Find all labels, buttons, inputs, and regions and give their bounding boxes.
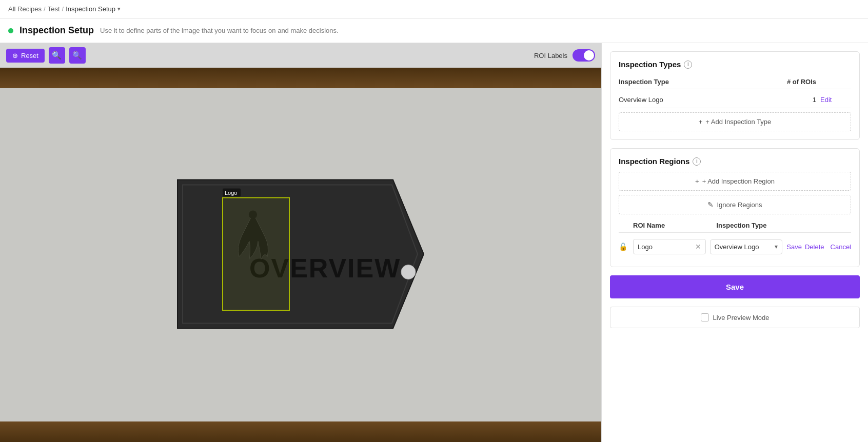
save-main-button[interactable]: Save bbox=[610, 275, 860, 298]
roi-name-value: Logo bbox=[638, 243, 653, 251]
canvas-content: OVERVIEW Logo bbox=[0, 68, 601, 442]
roi-cancel-link[interactable]: Cancel bbox=[831, 243, 851, 251]
breadcrumb-bar: All Recipes / Test / Inspection Setup ▾ bbox=[0, 0, 868, 18]
breadcrumb-sep-1: / bbox=[44, 5, 46, 13]
inspection-type-row: Overview Logo 1 Edit bbox=[619, 91, 851, 108]
reset-icon: ⊕ bbox=[12, 52, 18, 59]
breadcrumb-sep-2: / bbox=[62, 5, 64, 13]
tag-container: OVERVIEW Logo bbox=[147, 170, 455, 340]
inspection-regions-title: Inspection Regions i bbox=[619, 157, 851, 166]
roi-count: 1 bbox=[779, 96, 820, 104]
breadcrumb-current: Inspection Setup ▾ bbox=[66, 5, 121, 13]
live-preview-checkbox[interactable] bbox=[701, 313, 709, 322]
reset-button[interactable]: ⊕ Reset bbox=[6, 49, 45, 63]
pin-icon: ✎ bbox=[707, 200, 714, 209]
roi-row-actions: Save Delete Cancel bbox=[786, 243, 851, 251]
right-panel: Inspection Types i Inspection Type # of … bbox=[601, 43, 868, 442]
edit-link[interactable]: Edit bbox=[820, 96, 832, 104]
add-inspection-type-button[interactable]: + + Add Inspection Type bbox=[619, 112, 851, 131]
col-roi-name-header: ROI Name bbox=[633, 222, 713, 229]
toolbar-right: ROI Labels bbox=[534, 49, 595, 62]
main-layout: ⊕ Reset 🔍 🔍 ROI Labels bbox=[0, 43, 868, 442]
roi-row-header: ROI Name Inspection Type bbox=[619, 218, 851, 233]
edit-inspection-type-action: Edit bbox=[820, 95, 851, 104]
breadcrumb-chevron-icon: ▾ bbox=[117, 6, 121, 12]
chevron-down-icon: ▾ bbox=[775, 243, 778, 250]
inspection-types-table-header: Inspection Type # of ROIs bbox=[619, 75, 851, 89]
roi-data-row: 🔓 Logo ✕ Overview Logo ▾ Save Delete Can… bbox=[619, 235, 851, 258]
wood-top bbox=[0, 68, 601, 88]
svg-rect-3 bbox=[223, 198, 289, 311]
status-indicator bbox=[8, 28, 13, 33]
toolbar: ⊕ Reset 🔍 🔍 ROI Labels bbox=[0, 43, 601, 68]
roi-type-select[interactable]: Overview Logo ▾ bbox=[710, 239, 783, 254]
zoom-out-button[interactable]: 🔍 bbox=[49, 47, 65, 64]
lock-open-icon: 🔓 bbox=[619, 243, 629, 251]
page-title: Inspection Setup bbox=[19, 25, 94, 36]
page-header: Inspection Setup Use it to define parts … bbox=[0, 18, 868, 43]
add-inspection-region-button[interactable]: + + Add Inspection Region bbox=[619, 172, 851, 191]
svg-text:Logo: Logo bbox=[225, 190, 237, 196]
ignore-regions-button[interactable]: ✎ Ignore Regions bbox=[619, 195, 851, 214]
zoom-in-button[interactable]: 🔍 bbox=[69, 47, 86, 64]
inspection-type-name: Overview Logo bbox=[619, 96, 779, 104]
inspection-regions-card: Inspection Regions i + + Add Inspection … bbox=[610, 148, 860, 267]
canvas-image: OVERVIEW Logo bbox=[0, 68, 601, 442]
roi-labels-label: ROI Labels bbox=[534, 52, 567, 59]
wood-bottom bbox=[0, 421, 601, 442]
canvas-area: ⊕ Reset 🔍 🔍 ROI Labels bbox=[0, 43, 601, 442]
inspection-regions-info-icon[interactable]: i bbox=[693, 157, 701, 166]
svg-point-0 bbox=[401, 265, 416, 279]
roi-name-input[interactable]: Logo ✕ bbox=[633, 239, 706, 254]
toolbar-left: ⊕ Reset 🔍 🔍 bbox=[6, 47, 86, 64]
roi-delete-link[interactable]: Delete bbox=[805, 243, 824, 251]
col-type-header: Inspection Type bbox=[619, 78, 779, 86]
col-rois-header: # of ROIs bbox=[779, 78, 820, 86]
inspection-types-info-icon[interactable]: i bbox=[684, 61, 692, 69]
roi-labels-toggle[interactable] bbox=[573, 49, 595, 62]
live-preview-label: Live Preview Mode bbox=[713, 314, 770, 322]
breadcrumb: All Recipes / Test / Inspection Setup ▾ bbox=[8, 5, 121, 13]
col-inspection-type-header: Inspection Type bbox=[717, 222, 796, 229]
roi-type-value: Overview Logo bbox=[715, 243, 759, 251]
tag-svg: OVERVIEW Logo bbox=[147, 170, 455, 339]
inspection-types-title: Inspection Types i bbox=[619, 60, 851, 69]
breadcrumb-test[interactable]: Test bbox=[48, 5, 60, 13]
roi-name-clear-icon[interactable]: ✕ bbox=[695, 243, 701, 251]
zoom-out-icon: 🔍 bbox=[52, 51, 62, 60]
add-type-icon: + bbox=[699, 118, 703, 126]
page-subtitle: Use it to define parts of the image that… bbox=[100, 27, 339, 34]
live-preview-row: Live Preview Mode bbox=[610, 307, 860, 328]
inspection-types-card: Inspection Types i Inspection Type # of … bbox=[610, 51, 860, 140]
add-region-plus-icon: + bbox=[695, 177, 699, 185]
roi-save-link[interactable]: Save bbox=[786, 243, 802, 251]
breadcrumb-all-recipes[interactable]: All Recipes bbox=[8, 5, 42, 13]
zoom-in-icon: 🔍 bbox=[72, 51, 82, 60]
